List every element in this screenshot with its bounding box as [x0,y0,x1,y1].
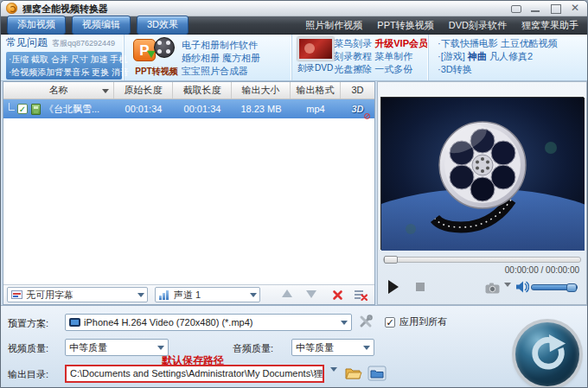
player-controls [378,277,586,300]
service-qq: 客服qq876292449 [52,38,115,49]
volume-slider[interactable] [531,284,578,290]
extras-link[interactable]: ·下载快播电影 土豆优酷视频 [438,37,587,50]
open-folder-icon[interactable] [345,366,362,381]
dvd-link[interactable]: 光盘擦除 [334,64,372,74]
settings-panel: 预置方案: iPhone4 H.264 Video (720x480) (*.m… [1,305,587,388]
album-link[interactable]: 婚纱相册 魔方相册 [182,52,260,65]
title-bar: 狸窝全能视频转换器 ✕ [1,1,587,16]
column-3d[interactable]: 3D [341,82,374,99]
volume-thumb[interactable] [566,283,577,292]
dvd-link[interactable]: 一式多份 [374,64,412,74]
skin-icon[interactable] [510,3,521,13]
file-name: 《台北飘雪... [44,99,99,118]
video-edit-button[interactable]: 视频编辑 [72,16,131,35]
add-video-button[interactable]: 添加视频 [7,16,66,35]
subtitle-select[interactable]: 无可用字幕 [7,287,148,302]
video-file-icon [31,104,41,115]
video-quality-label: 视频质量: [8,342,48,355]
chevron-down-icon [341,321,348,325]
menu-apple-assistant[interactable]: 狸窝苹果助手 [521,19,578,32]
audio-quality-select[interactable]: 中等质量 [291,339,374,356]
chevron-down-icon [363,346,370,350]
audio-channels-icon [159,290,170,300]
window-title: 狸窝全能视频转换器 [22,1,108,16]
album-link[interactable]: 电子相册制作软件 [182,39,260,52]
faq-highlight-line[interactable]: ·压缩 截取 合并 尺寸 加速 手机 [9,53,119,66]
snapshot-options-icon[interactable] [504,287,511,302]
maximize-icon[interactable] [550,3,560,13]
output-path-dropdown-icon[interactable] [330,372,337,387]
stop-icon[interactable] [416,283,425,291]
3d-disabled-icon[interactable]: 3D [351,99,363,118]
extras-section: ·下载快播电影 土豆优酷视频 ·[游戏] 神曲 凡人修真2 ·3D转换 [428,35,587,80]
move-down-icon[interactable] [306,290,316,298]
column-output-format[interactable]: 输出格式 [291,82,341,99]
app-logo-icon [6,3,17,14]
album-links: 电子相册制作软件 婚纱相册 魔方相册 宝宝照片合成器 [182,37,260,80]
snapshot-camera-icon[interactable] [485,282,500,297]
chevron-down-icon[interactable] [102,89,109,93]
checkbox-check-icon[interactable]: ✓ [385,317,395,328]
playback-time: 00:00:00 / 00:00:00 [505,265,579,275]
column-clip-length[interactable]: 截取长度 [173,82,232,99]
close-icon[interactable]: ✕ [570,3,580,13]
album-link[interactable]: 宝宝照片合成器 [182,65,260,78]
3d-effect-button[interactable]: 3D效果 [137,16,189,35]
faq-highlight-line[interactable]: ·给视频添加背景音乐 更换 消音 [9,66,119,79]
chevron-down-icon [157,346,164,350]
dvd-links: 菜鸟刻录 升级VIP会员 刻录教程 菜单制作 光盘擦除 一式多份 [334,37,428,80]
move-up-icon[interactable] [282,289,292,297]
dvd-link[interactable]: 菜单制作 [374,51,412,61]
minimize-icon[interactable] [530,3,540,13]
remove-file-icon[interactable] [332,289,343,304]
device-icon [69,318,80,327]
preview-panel: 00:00:00 / 00:00:00 [377,81,587,305]
volume-icon[interactable] [516,281,529,296]
extras-link[interactable]: ·3D转换 [438,63,587,76]
game-link[interactable]: 神曲 [468,51,487,61]
seek-thumb[interactable] [384,256,398,264]
chevron-down-icon [250,293,257,297]
column-original-length[interactable]: 原始长度 [114,82,173,99]
table-row[interactable]: ✓ 《台北飘雪... 00:01:34 00:01:34 18.23 MB mp… [3,99,374,118]
faq-link[interactable]: 常见问题 [6,35,48,50]
vip-upgrade-link[interactable]: 升级VIP会员 [374,38,428,48]
row-checkbox[interactable]: ✓ [17,104,28,114]
video-quality-select[interactable]: 中等质量 [65,339,169,356]
chevron-down-icon [137,293,144,297]
dvd-thumbnail [297,37,334,60]
burn-dvd-shortcut[interactable]: 刻录DVD [297,37,334,80]
menu-photo-to-video[interactable]: 照片制作视频 [305,19,362,32]
column-name[interactable]: 名称 [3,82,114,99]
faq-section: 常见问题 客服qq876292449 ·压缩 截取 合并 尺寸 加速 手机 ·给… [1,35,124,80]
faq-highlight-box: ·压缩 截取 合并 尺寸 加速 手机 ·给视频添加背景音乐 更换 消音 [6,52,122,80]
window-controls: ✕ [510,3,580,13]
output-size: 18.23 MB [232,99,291,118]
file-list-header: 名称 原始长度 截取长度 输出大小 输出格式 3D [3,82,374,99]
audio-quality-label: 音频质量: [233,342,273,355]
menu-ppt-to-video[interactable]: PPT转换视频 [377,19,433,32]
main-toolbar: 添加视频 视频编辑 3D效果 照片制作视频 PPT转换视频 DVD刻录软件 狸窝… [1,16,587,35]
top-menu: 照片制作视频 PPT转换视频 DVD刻录软件 狸窝苹果助手 [305,19,578,32]
ppt-to-video-shortcut[interactable]: P PPT转视频 [131,37,182,80]
list-control-bar: 无可用字幕 声道 1 [3,284,374,304]
play-icon[interactable] [388,280,399,294]
menu-dvd-burn-software[interactable]: DVD刻录软件 [449,19,507,32]
column-output-size[interactable]: 输出大小 [232,82,291,99]
video-display [380,97,584,250]
seek-bar[interactable] [383,257,581,263]
output-path-input[interactable]: C:\Documents and Settings\Administrator\… [65,365,324,383]
dvd-link[interactable]: 刻录教程 [334,51,372,61]
audio-track-select[interactable]: 声道 1 [155,287,260,302]
circular-arrow-icon [527,334,567,374]
preset-settings-wrench-icon[interactable] [359,315,373,332]
clear-list-icon[interactable] [355,289,368,304]
apply-to-all-checkbox[interactable]: ✓ 应用到所有 [385,315,447,328]
extras-link[interactable]: ·[游戏] 神曲 凡人修真2 [438,50,587,63]
dvd-link[interactable]: 菜鸟刻录 [334,38,372,48]
promo-strip: 常见问题 客服qq876292449 ·压缩 截取 合并 尺寸 加速 手机 ·给… [1,35,587,81]
convert-button[interactable] [515,322,579,386]
app-window: 狸窝全能视频转换器 ✕ 添加视频 视频编辑 3D效果 照片制作视频 PPT转换视… [0,0,588,388]
browse-folder-icon[interactable] [368,366,387,381]
preset-select[interactable]: iPhone4 H.264 Video (720x480) (*.mp4) [65,314,352,331]
